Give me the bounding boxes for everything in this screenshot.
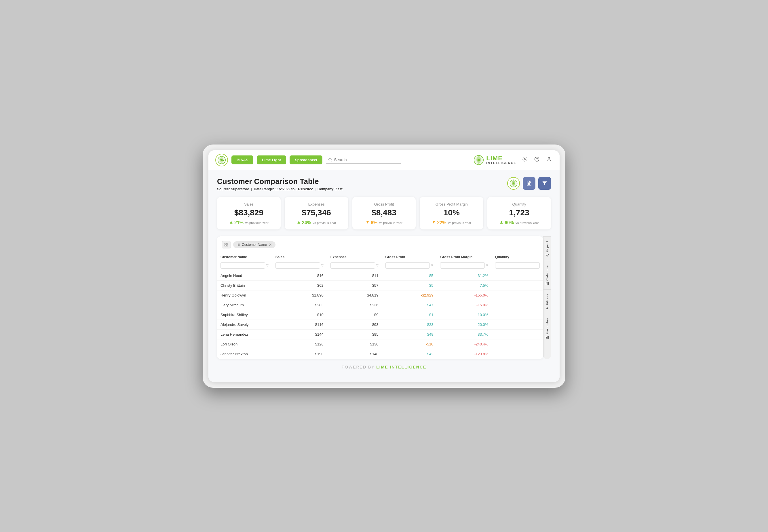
svg-rect-32 xyxy=(548,338,549,339)
filter-sales: ▽ xyxy=(272,261,327,271)
filter-quantity xyxy=(492,261,543,271)
kpi-value-1: $75,346 xyxy=(302,208,331,217)
cell-gross-profit: $47 xyxy=(382,300,437,310)
svg-rect-21 xyxy=(225,245,226,246)
cell-sales: $144 xyxy=(272,329,327,339)
table-toolbar: Customer Name ✕ xyxy=(217,241,543,252)
lime-action-button[interactable] xyxy=(507,177,520,190)
side-action-columns[interactable]: Columns xyxy=(543,261,551,289)
side-action-formulas[interactable]: Formulas xyxy=(543,314,551,343)
cell-name: Alejandro Savely xyxy=(217,320,272,329)
page-title-section: Customer Comparison Table Source: Supers… xyxy=(217,177,343,191)
filter-qty-input[interactable] xyxy=(495,262,540,269)
filter-gp-input[interactable] xyxy=(385,262,430,269)
user-button[interactable] xyxy=(545,155,553,164)
help-button[interactable] xyxy=(533,155,541,164)
filter-button[interactable] xyxy=(538,177,551,190)
filter-gpm-input[interactable] xyxy=(440,262,485,269)
filter-customer-input[interactable] xyxy=(220,262,265,269)
data-table: Customer Name Sales Expenses Gross Profi… xyxy=(217,252,543,359)
kpi-label-1: Expenses xyxy=(308,202,325,206)
filter-arrow-expenses[interactable]: ▽ xyxy=(376,264,379,267)
customer-name-chip[interactable]: Customer Name ✕ xyxy=(233,241,275,248)
svg-rect-20 xyxy=(227,243,228,244)
filter-arrow-gpm[interactable]: ▽ xyxy=(486,264,488,267)
chip-close[interactable]: ✕ xyxy=(269,242,272,247)
filter-arrow-gp[interactable]: ▽ xyxy=(431,264,433,267)
cell-gp-margin: -240.4% xyxy=(437,339,492,349)
svg-marker-16 xyxy=(366,221,369,223)
kpi-vs-2: vs previous Year xyxy=(379,221,402,225)
cell-sales: $283 xyxy=(272,300,327,310)
cell-gross-profit: $42 xyxy=(382,349,437,359)
limelight-button[interactable]: Lime Light xyxy=(257,155,286,164)
side-action-label: Columns xyxy=(545,265,549,281)
filter-gp-margin: ▽ xyxy=(437,261,492,271)
side-action-label: Filters xyxy=(545,294,549,305)
cell-name: Henry Goldwyn xyxy=(217,290,272,300)
svg-point-9 xyxy=(548,157,550,159)
table-body: Angele Hood $16 $11 $5 31.2% Christy Bri… xyxy=(217,271,543,359)
table-row: Lena Hernandez $144 $95 $49 33.7% xyxy=(217,329,543,339)
cell-gp-margin: 31.2% xyxy=(437,271,492,281)
side-action-filters[interactable]: Filters xyxy=(543,289,551,314)
filter-arrow-customer[interactable]: ▽ xyxy=(266,264,269,267)
svg-marker-14 xyxy=(230,221,232,223)
device-frame: BIAAS Lime Light Spreadsheet LIME xyxy=(203,145,565,388)
cell-sales: $190 xyxy=(272,349,327,359)
kpi-arrow-3 xyxy=(432,220,436,225)
cell-quantity xyxy=(492,310,543,320)
navbar: BIAAS Lime Light Spreadsheet LIME xyxy=(208,150,560,170)
spreadsheet-button[interactable]: Spreadsheet xyxy=(290,155,322,164)
filter-sales-input[interactable] xyxy=(275,262,320,269)
kpi-change-1: 24% vs previous Year xyxy=(297,220,336,225)
cell-sales: $62 xyxy=(272,280,327,290)
kpi-value-4: 1,723 xyxy=(509,208,529,217)
cell-gp-margin: -155.0% xyxy=(437,290,492,300)
svg-rect-35 xyxy=(546,336,547,337)
chip-label: Customer Name xyxy=(242,243,267,247)
page-subtitle: Source: Superstore | Date Range: 11/2/20… xyxy=(217,187,343,191)
cell-gp-margin: -123.8% xyxy=(437,349,492,359)
kpi-change-3: 22% vs previous Year xyxy=(432,220,471,225)
kpi-label-0: Sales xyxy=(244,202,254,206)
col-quantity: Quantity xyxy=(492,252,543,261)
app-logo xyxy=(215,154,228,166)
kpi-row: Sales $83,829 21% vs previous Year Expen… xyxy=(217,197,551,229)
cell-name: Saphhira Shifley xyxy=(217,310,272,320)
kpi-vs-4: vs previous Year xyxy=(516,221,539,225)
kpi-label-3: Gross Profit Margin xyxy=(436,202,468,206)
cell-expenses: $11 xyxy=(327,271,382,281)
settings-button[interactable] xyxy=(521,155,529,164)
cell-gp-margin: 7.5% xyxy=(437,280,492,290)
filter-expenses-input[interactable] xyxy=(330,262,375,269)
biaas-button[interactable]: BIAAS xyxy=(231,155,253,164)
filter-arrow-sales[interactable]: ▽ xyxy=(321,264,324,267)
cell-name: Lori Olson xyxy=(217,339,272,349)
svg-line-3 xyxy=(331,161,332,161)
intelligence-word: INTELLIGENCE xyxy=(486,161,516,165)
kpi-label-2: Gross Profit xyxy=(374,202,394,206)
cell-name: Angele Hood xyxy=(217,271,272,281)
cell-gp-margin: -15.0% xyxy=(437,300,492,310)
kpi-value-3: 10% xyxy=(444,208,460,217)
footer-prefix: POWERED BY xyxy=(342,365,377,369)
svg-rect-22 xyxy=(227,245,228,246)
cell-quantity xyxy=(492,320,543,329)
cell-gross-profit: $5 xyxy=(382,280,437,290)
kpi-card-1: Expenses $75,346 24% vs previous Year xyxy=(285,197,348,229)
cell-quantity xyxy=(492,329,543,339)
svg-point-6 xyxy=(524,159,526,160)
kpi-pct-3: 22% xyxy=(437,220,446,225)
table-row: Christy Brittain $62 $57 $5 7.5% xyxy=(217,280,543,290)
kpi-card-0: Sales $83,829 21% vs previous Year xyxy=(217,197,281,229)
cell-gross-profit: -$2,929 xyxy=(382,290,437,300)
table-section: Customer Name ✕ Customer Name Sales Expe… xyxy=(217,236,551,359)
pdf-button[interactable] xyxy=(523,177,535,190)
table-row: Alejandro Savely $116 $93 $23 20.0% xyxy=(217,320,543,329)
search-box xyxy=(326,156,401,164)
search-input[interactable] xyxy=(334,157,398,162)
kpi-change-4: 60% vs previous Year xyxy=(499,220,539,225)
side-action-export[interactable]: Export xyxy=(543,236,551,261)
table-view-button[interactable] xyxy=(222,241,231,248)
